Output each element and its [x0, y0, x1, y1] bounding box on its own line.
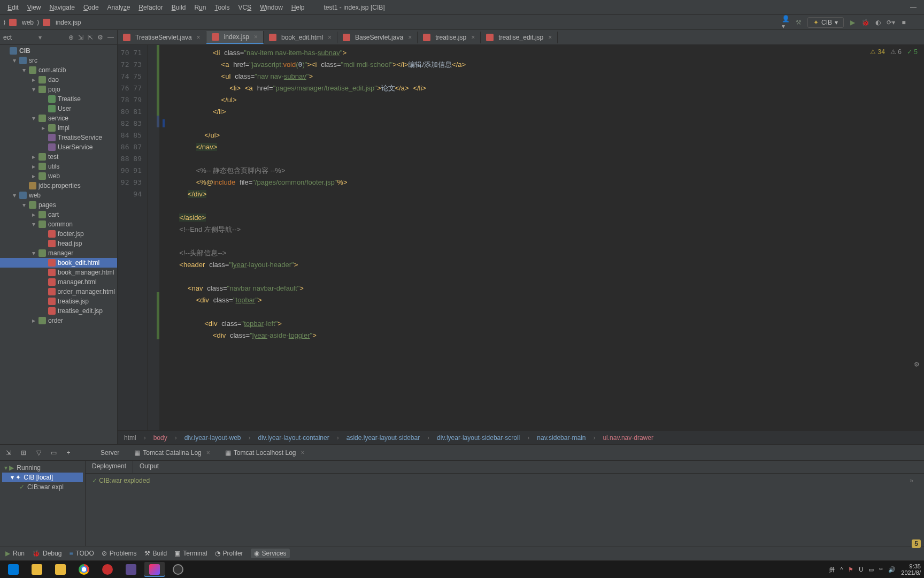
- crumb[interactable]: div.lyear-layout-web: [184, 434, 241, 442]
- filter-icon[interactable]: ▽: [34, 449, 43, 457]
- run-config-dropdown[interactable]: ✦ CIB ▾: [807, 17, 844, 28]
- tree-node[interactable]: ▾service: [0, 113, 117, 123]
- tree-node[interactable]: ▾com.atcib: [0, 65, 117, 75]
- collapse-all-icon[interactable]: ⇱: [88, 34, 93, 41]
- tray-battery-icon[interactable]: ▭: [868, 566, 874, 573]
- project-tree[interactable]: CIB ▾src▾com.atcib▸dao▾pojo Treatise Use…: [0, 45, 117, 444]
- search-icon[interactable]: [912, 18, 921, 27]
- tree-node[interactable]: treatise.jsp: [0, 296, 117, 306]
- services-running-node[interactable]: ▾ ▶Running: [2, 463, 83, 473]
- services-tab-catalina[interactable]: ▦Tomcat Catalina Log×: [130, 447, 214, 459]
- tool-build[interactable]: ⚒Build: [144, 550, 167, 557]
- close-icon[interactable]: ×: [408, 34, 412, 41]
- tree-node[interactable]: ▸dao: [0, 75, 117, 85]
- tree-node[interactable]: order_manager.html: [0, 287, 117, 296]
- menu-analyze[interactable]: Analyze: [103, 2, 135, 13]
- close-icon[interactable]: ×: [328, 34, 332, 41]
- profile-icon[interactable]: ⟳▾: [887, 18, 895, 27]
- coverage-icon[interactable]: ◐: [874, 18, 882, 27]
- tool-todo[interactable]: ≡TODO: [69, 550, 94, 557]
- window-minimize-icon[interactable]: —: [906, 2, 921, 13]
- warning-icon[interactable]: ⚠ 34: [870, 48, 885, 56]
- tree-node[interactable]: ▾src: [0, 56, 117, 65]
- event-log-badge[interactable]: 5: [912, 539, 921, 548]
- locate-icon[interactable]: ⊕: [68, 34, 74, 41]
- services-cib-node[interactable]: ▾ ✦CIB [local]: [2, 473, 83, 482]
- services-tab-localhost[interactable]: ▦Tomcat Localhost Log×: [221, 447, 309, 459]
- editor-tab[interactable]: treatise_edit.jsp×: [481, 32, 558, 43]
- tool-problems[interactable]: ⊘Problems: [102, 550, 137, 557]
- inspection-widget[interactable]: ⚠ 34 ⚠ 6 ✓ 5: [870, 48, 918, 56]
- services-artifact-node[interactable]: ✓CIB:war expl: [2, 482, 83, 492]
- tree-node[interactable]: treatise_edit.jsp: [0, 306, 117, 316]
- tree-node[interactable]: ▾manager: [0, 248, 117, 258]
- debug-icon[interactable]: 🐞: [861, 18, 869, 27]
- expand-all-icon[interactable]: ⇲: [78, 34, 83, 41]
- tree-node[interactable]: ▸utils: [0, 162, 117, 171]
- crumb[interactable]: ul.nav.nav-drawer: [603, 434, 653, 442]
- tree-node[interactable]: User: [0, 104, 117, 113]
- crumb[interactable]: div.lyear-layout-container: [258, 434, 329, 442]
- services-tab-server[interactable]: Server: [96, 447, 124, 459]
- tool-terminal[interactable]: ▣Terminal: [174, 550, 207, 557]
- crumb[interactable]: div.lyear-layout-sidebar-scroll: [437, 434, 520, 442]
- menu-refactor[interactable]: Refactor: [134, 2, 167, 13]
- project-root[interactable]: CIB: [0, 46, 117, 56]
- settings-icon[interactable]: ⚙: [97, 34, 103, 41]
- tray-volume-icon[interactable]: 🔊: [888, 566, 896, 573]
- services-tree[interactable]: ▾ ▶Running ▾ ✦CIB [local] ✓CIB:war expl: [0, 461, 86, 546]
- typo-icon[interactable]: ✓ 5: [907, 48, 918, 56]
- stop-icon[interactable]: ■: [899, 18, 908, 27]
- run-icon[interactable]: ▶: [848, 18, 857, 27]
- tree-node[interactable]: jdbc.properties: [0, 181, 117, 191]
- close-icon[interactable]: ×: [254, 33, 258, 41]
- hide-icon[interactable]: —: [107, 34, 114, 41]
- breadcrumb-folder[interactable]: web: [22, 19, 34, 26]
- editor-settings-icon[interactable]: ⚙: [914, 361, 920, 368]
- tool-run[interactable]: ▶Run: [5, 550, 25, 557]
- add-config-icon[interactable]: 👤▾: [782, 18, 790, 27]
- menu-view[interactable]: View: [23, 2, 45, 13]
- crumb[interactable]: nav.sidebar-main: [537, 434, 586, 442]
- crumb[interactable]: aside.lyear-layout-sidebar: [346, 434, 420, 442]
- editor-tab[interactable]: index.jsp×: [206, 31, 264, 44]
- group-icon[interactable]: ▭: [49, 449, 58, 457]
- menu-build[interactable]: Build: [167, 2, 190, 13]
- breadcrumb-file[interactable]: index.jsp: [56, 19, 81, 26]
- tree-node[interactable]: ▾common: [0, 219, 117, 229]
- tree-icon[interactable]: ⊞: [19, 449, 28, 457]
- line-number-gutter[interactable]: 70 71 72 73 74 75 76 77 78 79 80 81 82 8…: [118, 45, 147, 430]
- close-icon[interactable]: ×: [197, 34, 201, 41]
- tree-node[interactable]: ▾pages: [0, 200, 117, 210]
- more-icon[interactable]: »: [910, 477, 913, 484]
- menu-tools[interactable]: Tools: [210, 2, 234, 13]
- editor-tab[interactable]: treatise.jsp×: [418, 32, 481, 43]
- menu-code[interactable]: Code: [79, 2, 103, 13]
- crumb[interactable]: body: [153, 434, 167, 442]
- expand-icon[interactable]: ⇲: [4, 449, 13, 457]
- deployment-tab[interactable]: Deployment: [86, 461, 133, 473]
- menu-vcs[interactable]: VCS: [234, 2, 256, 13]
- editor-tab[interactable]: BaseServlet.java×: [337, 32, 418, 43]
- tree-node[interactable]: ▸cart: [0, 210, 117, 219]
- taskbar-obs[interactable]: [168, 562, 188, 577]
- tree-node[interactable]: manager.html: [0, 277, 117, 287]
- menu-edit[interactable]: Edit: [3, 2, 23, 13]
- build-icon[interactable]: ⚒: [795, 18, 803, 27]
- add-icon[interactable]: +: [64, 449, 73, 457]
- menu-window[interactable]: Window: [256, 2, 287, 13]
- tree-node[interactable]: UserService: [0, 142, 117, 152]
- code-editor[interactable]: <li class="nav-item nav-item-has-subnav"…: [159, 45, 924, 430]
- menu-navigate[interactable]: Navigate: [45, 2, 79, 13]
- menu-help[interactable]: Help: [287, 2, 309, 13]
- tray-usb-icon[interactable]: Ū: [859, 566, 863, 573]
- close-icon[interactable]: ×: [548, 34, 552, 41]
- weak-warning-icon[interactable]: ⚠ 6: [890, 48, 902, 56]
- taskbar-intellij[interactable]: [144, 562, 165, 577]
- tree-node[interactable]: Treatise: [0, 94, 117, 104]
- tree-node[interactable]: book_edit.html: [0, 258, 117, 268]
- tray-wifi-icon[interactable]: ⌔: [879, 566, 883, 573]
- tree-node[interactable]: TreatiseService: [0, 133, 117, 142]
- structure-breadcrumbs[interactable]: html›body›div.lyear-layout-web›div.lyear…: [118, 430, 924, 444]
- tree-node[interactable]: head.jsp: [0, 239, 117, 248]
